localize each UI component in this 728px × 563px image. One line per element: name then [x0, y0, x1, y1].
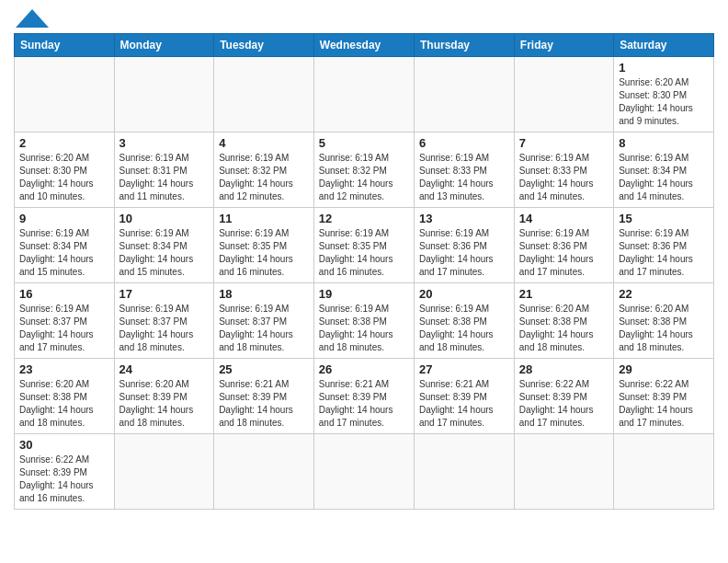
day-number: 25	[219, 362, 309, 376]
day-number: 13	[419, 212, 509, 225]
day-cell: 28Sunrise: 6:22 AM Sunset: 8:39 PM Dayli…	[514, 359, 613, 434]
day-info: Sunrise: 6:19 AM Sunset: 8:33 PM Dayligh…	[419, 152, 509, 203]
day-number: 24	[119, 362, 210, 376]
day-cell	[414, 57, 514, 132]
day-number: 5	[319, 136, 409, 150]
week-row-4: 23Sunrise: 6:20 AM Sunset: 8:38 PM Dayli…	[15, 359, 714, 434]
day-cell: 7Sunrise: 6:19 AM Sunset: 8:33 PM Daylig…	[514, 132, 613, 208]
day-cell: 4Sunrise: 6:19 AM Sunset: 8:32 PM Daylig…	[214, 132, 314, 208]
day-number: 16	[19, 287, 109, 301]
day-cell: 6Sunrise: 6:19 AM Sunset: 8:33 PM Daylig…	[414, 132, 514, 208]
day-info: Sunrise: 6:19 AM Sunset: 8:34 PM Dayligh…	[119, 227, 210, 279]
week-row-5: 30Sunrise: 6:22 AM Sunset: 8:39 PM Dayli…	[15, 434, 714, 510]
day-info: Sunrise: 6:19 AM Sunset: 8:36 PM Dayligh…	[419, 227, 509, 279]
day-cell: 20Sunrise: 6:19 AM Sunset: 8:38 PM Dayli…	[414, 283, 514, 359]
day-cell: 30Sunrise: 6:22 AM Sunset: 8:39 PM Dayli…	[15, 434, 115, 510]
day-cell: 17Sunrise: 6:19 AM Sunset: 8:37 PM Dayli…	[114, 283, 214, 359]
day-number: 23	[19, 362, 109, 376]
day-info: Sunrise: 6:19 AM Sunset: 8:33 PM Dayligh…	[519, 152, 609, 203]
day-cell	[614, 434, 714, 510]
weekday-saturday: Saturday	[614, 34, 714, 57]
day-number: 12	[319, 212, 409, 225]
day-cell: 14Sunrise: 6:19 AM Sunset: 8:36 PM Dayli…	[514, 208, 613, 283]
day-number: 22	[619, 287, 709, 301]
day-number: 11	[219, 212, 309, 225]
day-info: Sunrise: 6:19 AM Sunset: 8:38 PM Dayligh…	[319, 303, 409, 354]
day-number: 6	[419, 136, 509, 150]
day-cell	[313, 434, 414, 510]
day-cell: 12Sunrise: 6:19 AM Sunset: 8:35 PM Dayli…	[313, 208, 414, 283]
day-info: Sunrise: 6:19 AM Sunset: 8:34 PM Dayligh…	[619, 152, 709, 203]
day-cell: 26Sunrise: 6:21 AM Sunset: 8:39 PM Dayli…	[313, 359, 414, 434]
day-info: Sunrise: 6:19 AM Sunset: 8:37 PM Dayligh…	[119, 303, 210, 354]
day-cell: 24Sunrise: 6:20 AM Sunset: 8:39 PM Dayli…	[114, 359, 214, 434]
day-number: 30	[19, 438, 109, 452]
day-number: 17	[119, 287, 210, 301]
day-cell: 25Sunrise: 6:21 AM Sunset: 8:39 PM Dayli…	[214, 359, 314, 434]
logo-icon	[16, 9, 49, 28]
day-info: Sunrise: 6:19 AM Sunset: 8:32 PM Dayligh…	[219, 152, 309, 203]
day-info: Sunrise: 6:19 AM Sunset: 8:35 PM Dayligh…	[319, 227, 409, 279]
day-number: 15	[619, 212, 709, 225]
week-row-0: 1Sunrise: 6:20 AM Sunset: 8:30 PM Daylig…	[15, 57, 714, 132]
weekday-tuesday: Tuesday	[214, 34, 314, 57]
day-number: 29	[619, 362, 709, 376]
day-number: 1	[619, 61, 709, 75]
weekday-header-row: SundayMondayTuesdayWednesdayThursdayFrid…	[15, 34, 714, 57]
day-cell: 10Sunrise: 6:19 AM Sunset: 8:34 PM Dayli…	[114, 208, 214, 283]
day-cell: 8Sunrise: 6:19 AM Sunset: 8:34 PM Daylig…	[614, 132, 714, 208]
day-number: 8	[619, 136, 709, 150]
day-info: Sunrise: 6:22 AM Sunset: 8:39 PM Dayligh…	[19, 454, 109, 505]
day-cell: 13Sunrise: 6:19 AM Sunset: 8:36 PM Dayli…	[414, 208, 514, 283]
day-cell: 11Sunrise: 6:19 AM Sunset: 8:35 PM Dayli…	[214, 208, 314, 283]
weekday-sunday: Sunday	[15, 34, 115, 57]
day-cell	[313, 57, 414, 132]
day-cell: 15Sunrise: 6:19 AM Sunset: 8:36 PM Dayli…	[614, 208, 714, 283]
day-cell	[414, 434, 514, 510]
day-info: Sunrise: 6:20 AM Sunset: 8:30 PM Dayligh…	[19, 152, 109, 203]
day-info: Sunrise: 6:19 AM Sunset: 8:37 PM Dayligh…	[219, 303, 309, 354]
day-info: Sunrise: 6:22 AM Sunset: 8:39 PM Dayligh…	[519, 378, 609, 430]
day-cell: 22Sunrise: 6:20 AM Sunset: 8:38 PM Dayli…	[614, 283, 714, 359]
week-row-3: 16Sunrise: 6:19 AM Sunset: 8:37 PM Dayli…	[15, 283, 714, 359]
day-info: Sunrise: 6:19 AM Sunset: 8:37 PM Dayligh…	[19, 303, 109, 354]
day-info: Sunrise: 6:19 AM Sunset: 8:36 PM Dayligh…	[519, 227, 609, 279]
day-cell	[514, 434, 613, 510]
day-number: 28	[519, 362, 609, 376]
page: SundayMondayTuesdayWednesdayThursdayFrid…	[0, 0, 728, 523]
day-info: Sunrise: 6:22 AM Sunset: 8:39 PM Dayligh…	[619, 378, 709, 430]
day-info: Sunrise: 6:19 AM Sunset: 8:35 PM Dayligh…	[219, 227, 309, 279]
day-info: Sunrise: 6:19 AM Sunset: 8:38 PM Dayligh…	[419, 303, 509, 354]
day-cell: 29Sunrise: 6:22 AM Sunset: 8:39 PM Dayli…	[614, 359, 714, 434]
day-info: Sunrise: 6:19 AM Sunset: 8:31 PM Dayligh…	[119, 152, 210, 203]
weekday-friday: Friday	[514, 34, 613, 57]
day-number: 9	[19, 212, 109, 225]
day-number: 10	[119, 212, 210, 225]
day-number: 21	[519, 287, 609, 301]
day-number: 20	[419, 287, 509, 301]
week-row-2: 9Sunrise: 6:19 AM Sunset: 8:34 PM Daylig…	[15, 208, 714, 283]
day-info: Sunrise: 6:19 AM Sunset: 8:36 PM Dayligh…	[619, 227, 709, 279]
day-cell	[214, 434, 314, 510]
header	[14, 9, 714, 28]
day-info: Sunrise: 6:19 AM Sunset: 8:34 PM Dayligh…	[19, 227, 109, 279]
day-cell	[15, 57, 115, 132]
day-cell	[114, 434, 214, 510]
day-cell: 9Sunrise: 6:19 AM Sunset: 8:34 PM Daylig…	[15, 208, 115, 283]
day-cell	[114, 57, 214, 132]
day-number: 27	[419, 362, 509, 376]
weekday-monday: Monday	[114, 34, 214, 57]
day-cell: 1Sunrise: 6:20 AM Sunset: 8:30 PM Daylig…	[614, 57, 714, 132]
day-info: Sunrise: 6:20 AM Sunset: 8:39 PM Dayligh…	[119, 378, 210, 430]
weekday-thursday: Thursday	[414, 34, 514, 57]
logo	[14, 9, 49, 28]
calendar-table: SundayMondayTuesdayWednesdayThursdayFrid…	[14, 33, 714, 510]
weekday-wednesday: Wednesday	[313, 34, 414, 57]
day-cell: 23Sunrise: 6:20 AM Sunset: 8:38 PM Dayli…	[15, 359, 115, 434]
day-cell: 19Sunrise: 6:19 AM Sunset: 8:38 PM Dayli…	[313, 283, 414, 359]
week-row-1: 2Sunrise: 6:20 AM Sunset: 8:30 PM Daylig…	[15, 132, 714, 208]
day-cell: 27Sunrise: 6:21 AM Sunset: 8:39 PM Dayli…	[414, 359, 514, 434]
day-number: 2	[19, 136, 109, 150]
day-cell: 5Sunrise: 6:19 AM Sunset: 8:32 PM Daylig…	[313, 132, 414, 208]
day-cell	[214, 57, 314, 132]
